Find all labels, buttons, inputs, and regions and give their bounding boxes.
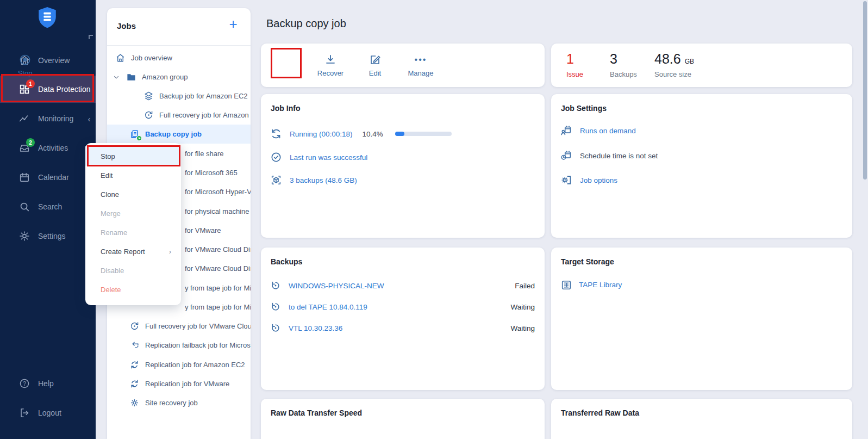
target-storage-title: Target Storage: [561, 257, 614, 266]
sidebar-item-settings[interactable]: Settings: [0, 222, 96, 250]
backup-name-link[interactable]: WINDOWS-PHYSICAL-NEW: [289, 282, 384, 290]
backup-row: WINDOWS-PHYSICAL-NEW Failed: [270, 280, 535, 291]
tree-item-full-recovery-amazon[interactable]: Full recovery job for Amazon E: [143, 106, 251, 125]
chevron-down-icon[interactable]: [113, 74, 121, 81]
backup-name-link[interactable]: VTL 10.30.23.36: [289, 324, 342, 332]
runs-on-demand-link[interactable]: Runs on demand: [580, 127, 636, 135]
backup-name-link[interactable]: to del TAPE 10.84.0.119: [289, 303, 367, 311]
manage-button[interactable]: ••• Manage: [401, 50, 440, 81]
manage-label: Manage: [408, 69, 434, 77]
last-run-link[interactable]: Last run was successful: [290, 153, 367, 162]
job-settings-card: Job Settings Runs on demand Schedule tim…: [551, 94, 852, 238]
add-job-button[interactable]: +: [226, 17, 241, 32]
backup-row: VTL 10.30.23.36 Waiting: [270, 323, 535, 333]
sidebar-item-help[interactable]: ? Help: [0, 370, 96, 397]
backup-status: Failed: [515, 282, 535, 290]
running-play-badge: [136, 135, 142, 141]
logout-icon: [18, 407, 30, 419]
tree-item-replication-amazon-ec2[interactable]: Replication job for Amazon EC2: [129, 355, 251, 374]
replication-icon: [129, 360, 140, 370]
vertical-scrollbar[interactable]: [863, 1, 867, 180]
sidebar-item-label: Logout: [38, 409, 61, 417]
tree-item-fragment[interactable]: for VMware Cloud Direc: [185, 240, 251, 259]
sidebar-item-calendar[interactable]: Calendar: [0, 164, 96, 191]
backup-status: Waiting: [510, 324, 535, 332]
recover-button[interactable]: Recover: [310, 50, 351, 81]
sidebar-item-label: Monitoring: [38, 114, 73, 123]
stop-label: Stop: [18, 69, 33, 77]
tree-item-fragment[interactable]: y from tape job for Micr: [185, 298, 251, 317]
submenu-arrow-icon: ›: [169, 248, 171, 256]
restore-icon: [270, 301, 281, 312]
transferred-raw-title: Transferred Raw Data: [561, 409, 639, 417]
tree-item-fragment[interactable]: y from tape job for Micr: [185, 279, 251, 298]
edit-button[interactable]: Edit: [359, 50, 391, 81]
job-info-card: Job Info Running (00:00:18) 10.4% Last r…: [261, 94, 545, 238]
tree-item-label: Full recovery job for Amazon E: [159, 111, 251, 119]
sidebar-collapse-handle[interactable]: [89, 35, 93, 39]
job-settings-title: Job Settings: [561, 104, 607, 113]
storage-row: TAPE Library: [560, 279, 842, 290]
tree-item-fragment[interactable]: for VMware: [185, 221, 251, 240]
tree-item-fragment[interactable]: for Microsoft 365: [185, 163, 251, 182]
tree-item-backup-job-amazon-ec2[interactable]: Backup job for Amazon EC2: [143, 86, 251, 106]
data-protection-badge: 1: [26, 79, 35, 88]
transferred-raw-card: Transferred Raw Data: [551, 399, 852, 439]
recovery-icon: [129, 321, 140, 331]
sidebar-item-label: Calendar: [38, 173, 69, 182]
backups-summary-row: 3 backups (48.6 GB): [270, 174, 357, 186]
stop-button[interactable]: Stop: [7, 50, 43, 81]
tree-item-label: Replication job for VMware: [145, 380, 229, 388]
stat-issue[interactable]: 1 Issue: [566, 51, 583, 78]
tree-item-replication-vmware[interactable]: Replication job for VMware: [129, 374, 251, 393]
clock-schedule-icon: [560, 150, 572, 162]
tree-item-site-recovery[interactable]: Site recovery job: [129, 393, 251, 412]
help-icon: ?: [18, 378, 30, 389]
sidebar-item-label: Data Protection: [38, 85, 91, 94]
jobs-panel-title: Jobs: [117, 21, 136, 30]
grid-icon: 1: [18, 83, 30, 95]
tree-item-amazon-group[interactable]: Amazon group: [113, 67, 247, 86]
menu-item-disable: Disable: [85, 261, 181, 280]
storage-name-link[interactable]: TAPE Library: [579, 281, 622, 289]
target-storage-card: Target Storage TAPE Library: [551, 248, 852, 390]
recovery-icon: [143, 110, 154, 120]
tree-item-replication-failback[interactable]: Replication failback job for Microsof: [129, 336, 251, 355]
menu-item-clone[interactable]: Clone: [85, 184, 181, 204]
tree-item-fragment[interactable]: for file share: [185, 144, 251, 163]
backups-title: Backups: [271, 257, 302, 266]
tree-item-fragment[interactable]: for physical machine: [185, 202, 251, 221]
check-circle-icon: [270, 151, 282, 163]
backups-card: Backups WINDOWS-PHYSICAL-NEW Failed to d…: [261, 248, 545, 390]
backup-row: to del TAPE 10.84.0.119 Waiting: [270, 301, 535, 312]
menu-item-delete[interactable]: Delete: [85, 280, 181, 299]
gear-bracket-icon: [560, 174, 572, 186]
sidebar-item-logout[interactable]: Logout: [0, 399, 96, 426]
tree-item-fragment[interactable]: for VMware Cloud Direc: [185, 259, 251, 278]
menu-item-create-report[interactable]: Create Report ›: [85, 242, 181, 261]
backup-status: Waiting: [510, 303, 535, 311]
menu-item-stop[interactable]: Stop: [85, 146, 181, 166]
source-size-label: Source size: [654, 70, 694, 78]
menu-item-rename: Rename: [85, 222, 181, 242]
context-menu: Stop Edit Clone Merge Rename Create Repo…: [85, 143, 181, 305]
sidebar-item-activities[interactable]: 2 Activities: [0, 134, 96, 162]
backup-copy-icon: [129, 129, 140, 139]
tree-item-job-overview[interactable]: Job overview: [115, 48, 247, 67]
backups-summary-link[interactable]: 3 backups (48.6 GB): [290, 176, 357, 184]
tree-item-full-recovery-vmware-cloud[interactable]: Full recovery job for VMware Cloud: [129, 317, 251, 336]
monitoring-icon: [18, 113, 30, 125]
tree-item-label: Backup job for Amazon EC2: [159, 92, 248, 100]
menu-item-edit[interactable]: Edit: [85, 165, 181, 185]
person-schedule-icon: [560, 125, 572, 137]
app-logo-shield-icon: [36, 5, 59, 30]
stat-backups[interactable]: 3 Backups: [610, 51, 637, 78]
running-status-link[interactable]: Running (00:00:18): [290, 130, 353, 138]
chevron-left-icon[interactable]: ‹: [88, 114, 90, 123]
sidebar-item-search[interactable]: Search: [0, 193, 96, 220]
site-recovery-gear-icon: [129, 398, 140, 408]
job-options-link[interactable]: Job options: [580, 176, 617, 184]
tree-item-backup-copy-job[interactable]: Backup copy job: [107, 125, 251, 144]
tree-item-fragment[interactable]: for Microsoft Hyper-V: [185, 182, 251, 201]
sidebar-item-monitoring[interactable]: Monitoring ‹: [0, 105, 96, 132]
